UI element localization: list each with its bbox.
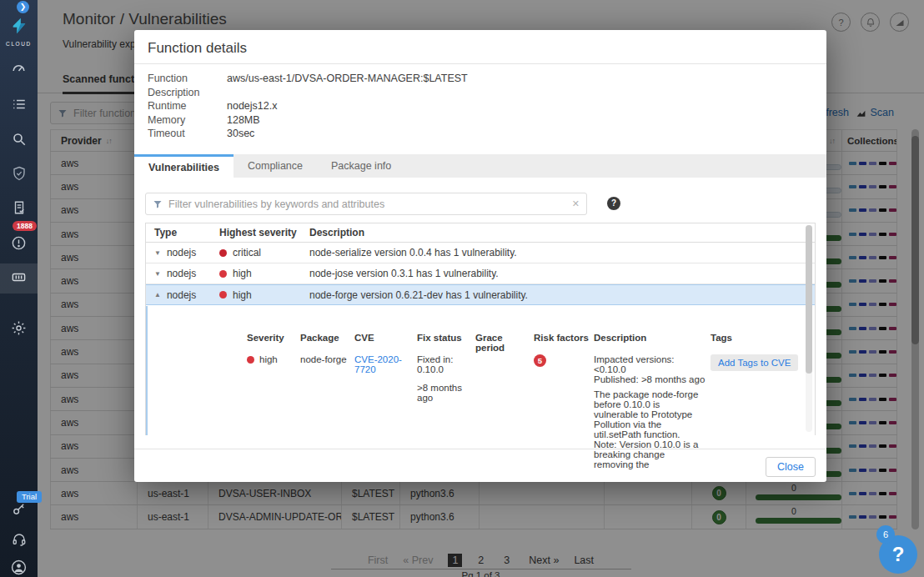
detail-col-package: Package <box>300 333 349 343</box>
funnel-icon <box>153 199 163 209</box>
prisma-cloud-logo[interactable]: CLOUD <box>0 17 38 47</box>
sidebar-item-dashboard[interactable] <box>0 57 38 85</box>
cve-link[interactable]: CVE-2020-7720 <box>354 354 412 374</box>
app-root: ❯ CLOUD <box>0 0 924 577</box>
col-description: Description <box>301 227 815 238</box>
add-tags-button[interactable]: Add Tags to CVE <box>711 354 798 371</box>
severity-dot <box>247 356 254 364</box>
vulnerabilities-table-header: Type Highest severity Description <box>146 223 815 243</box>
sidebar-item-defend[interactable] <box>0 263 38 294</box>
vulnerability-row[interactable]: ▲nodejshighnode-forge version 0.6.21-dev… <box>146 284 815 305</box>
sidebar-expand-icon[interactable]: ❯ <box>17 1 29 13</box>
report-check-icon <box>12 200 27 218</box>
detail-col-risk-factors: Risk factors <box>534 333 589 343</box>
detail-col-cve: CVE <box>354 333 412 343</box>
vulnerabilities-scrollbar[interactable] <box>806 225 812 432</box>
alert-count-badge: 1888 <box>13 221 37 231</box>
radar-icon <box>11 269 27 288</box>
field-value: nodejs12.x <box>227 100 277 112</box>
sidebar-item-policies[interactable] <box>0 92 38 120</box>
modal-tabs: VulnerabilitiesCompliancePackage info <box>134 154 826 178</box>
detail-col-tags: Tags <box>711 333 804 343</box>
checklist-icon <box>12 97 27 115</box>
detail-severity: high <box>259 354 278 364</box>
vulnerabilities-filter-placeholder: Filter vulnerabilities by keywords and a… <box>168 198 384 210</box>
sidebar-item-reports[interactable] <box>0 195 38 223</box>
field-label: Memory <box>148 114 227 126</box>
vulnerabilities-filter-input[interactable]: Filter vulnerabilities by keywords and a… <box>145 193 587 215</box>
key-icon <box>12 502 26 519</box>
modal-tab-compliance[interactable]: Compliance <box>234 154 317 178</box>
severity-dot <box>219 270 227 278</box>
risk-factors-badge[interactable]: 5 <box>534 354 546 367</box>
vulnerability-detail-panel: Severity high Package node-forge CVE CVE… <box>146 306 815 435</box>
function-fields: Functionaws/us-east-1/DVSA-ORDER-MANAGER… <box>148 72 468 141</box>
vulnerabilities-table: Type Highest severity Description ▼nodej… <box>145 223 816 435</box>
detail-col-grace-period: Grace period <box>475 333 529 353</box>
sidebar: ❯ CLOUD <box>0 0 38 577</box>
col-highest-severity: Highest severity <box>211 227 301 238</box>
sidebar-item-profile[interactable] <box>0 554 38 577</box>
chevron-down-icon[interactable]: ▼ <box>154 249 161 257</box>
detail-package: node-forge <box>300 354 349 364</box>
field-label: Description <box>148 87 227 98</box>
shield-check-icon <box>12 166 27 184</box>
gauge-icon <box>11 62 27 81</box>
field-label: Function <box>148 73 227 84</box>
modal-footer: Close <box>134 449 826 482</box>
sidebar-item-support[interactable] <box>0 527 38 555</box>
field-label: Timeout <box>148 128 227 139</box>
alert-icon <box>11 235 27 254</box>
chevron-up-icon[interactable]: ▲ <box>154 291 161 299</box>
headset-icon <box>12 532 27 550</box>
severity-dot <box>219 249 227 257</box>
modal-tab-package-info[interactable]: Package info <box>317 154 405 178</box>
vulnerability-row[interactable]: ▼nodejshighnode-jose version 0.3.1 has 1… <box>146 263 815 284</box>
sidebar-item-search[interactable] <box>0 127 38 155</box>
field-value: 128MB <box>227 114 260 126</box>
modal-tab-vulnerabilities[interactable]: Vulnerabilities <box>134 154 234 178</box>
close-button[interactable]: Close <box>766 457 816 477</box>
user-icon <box>11 559 27 577</box>
detail-fix-status: Fixed in: 0.10.0 <box>417 354 470 374</box>
detail-col-severity: Severity <box>247 333 295 343</box>
chevron-down-icon[interactable]: ▼ <box>154 270 161 278</box>
detail-col-description: Description <box>594 333 706 343</box>
detail-impacted-versions: Impacted versions: <0.10.0 <box>594 354 706 374</box>
help-fab-badge: 6 <box>876 525 895 544</box>
gear-icon <box>11 320 27 339</box>
detail-fix-age: >8 months ago <box>417 383 470 403</box>
sidebar-item-settings[interactable] <box>0 315 38 344</box>
trial-badge: Trial <box>17 491 42 503</box>
sidebar-item-alerts[interactable]: 1888 <box>0 230 38 258</box>
sidebar-item-compliance[interactable] <box>0 161 38 189</box>
search-icon <box>12 132 27 150</box>
clear-filter-icon[interactable]: ✕ <box>572 198 580 209</box>
field-value: 30sec <box>227 128 254 139</box>
col-type: Type <box>146 227 211 238</box>
field-value: aws/us-east-1/DVSA-ORDER-MANAGER:$LATEST <box>227 73 468 84</box>
function-details-modal: Function details Functionaws/us-east-1/D… <box>134 30 826 482</box>
severity-dot <box>219 291 227 299</box>
vulnerability-row[interactable]: ▼nodejscriticalnode-serialize version 0.… <box>146 243 815 263</box>
field-label: Runtime <box>148 100 227 112</box>
detail-published: Published: >8 months ago <box>594 374 706 384</box>
modal-title: Function details <box>148 40 247 57</box>
logo-text: CLOUD <box>0 41 38 47</box>
detail-col-fix-status: Fix status <box>417 333 470 343</box>
filter-help-icon[interactable]: ? <box>607 197 620 210</box>
logo-icon <box>10 17 28 35</box>
